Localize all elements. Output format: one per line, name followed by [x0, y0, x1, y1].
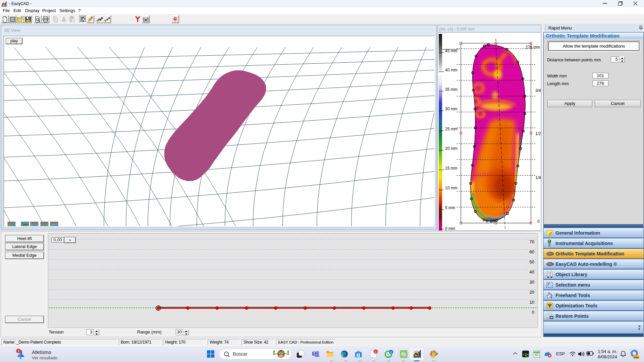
svg-text:70: 70 — [530, 239, 534, 244]
svg-text:5: 5 — [390, 350, 392, 354]
svg-text:15 mm: 15 mm — [445, 166, 458, 171]
svg-text:50: 50 — [530, 259, 534, 264]
svg-text:30: 30 — [530, 280, 534, 285]
svg-text:PRE: PRE — [634, 356, 639, 359]
svg-text:10: 10 — [530, 300, 534, 305]
svg-text:fS: fS — [401, 352, 406, 357]
svg-text:5 mm: 5 mm — [445, 205, 455, 210]
svg-text:0 mm: 0 mm — [445, 226, 455, 231]
svg-text:276 mm: 276 mm — [526, 45, 540, 50]
svg-text:10 mm: 10 mm — [445, 186, 458, 190]
svg-text:1/4: 1/4 — [535, 175, 541, 180]
svg-text:20 mm: 20 mm — [445, 146, 458, 151]
svg-text:1/2: 1/2 — [535, 131, 541, 136]
svg-text:45 mm: 45 mm — [445, 49, 458, 53]
svg-text:0: 0 — [532, 310, 534, 315]
svg-text:30 mm: 30 mm — [445, 107, 458, 111]
svg-text:1: 1 — [17, 349, 19, 353]
svg-text:40 mm: 40 mm — [445, 68, 458, 72]
svg-text:3/4: 3/4 — [535, 88, 541, 93]
svg-text:20: 20 — [530, 290, 534, 295]
svg-text:0: 0 — [537, 219, 540, 224]
svg-text:25 mm: 25 mm — [445, 127, 458, 131]
svg-text:C: C — [375, 350, 377, 354]
svg-text:35 mm: 35 mm — [445, 87, 458, 92]
svg-text:40: 40 — [530, 269, 534, 275]
svg-text:60: 60 — [530, 249, 534, 254]
